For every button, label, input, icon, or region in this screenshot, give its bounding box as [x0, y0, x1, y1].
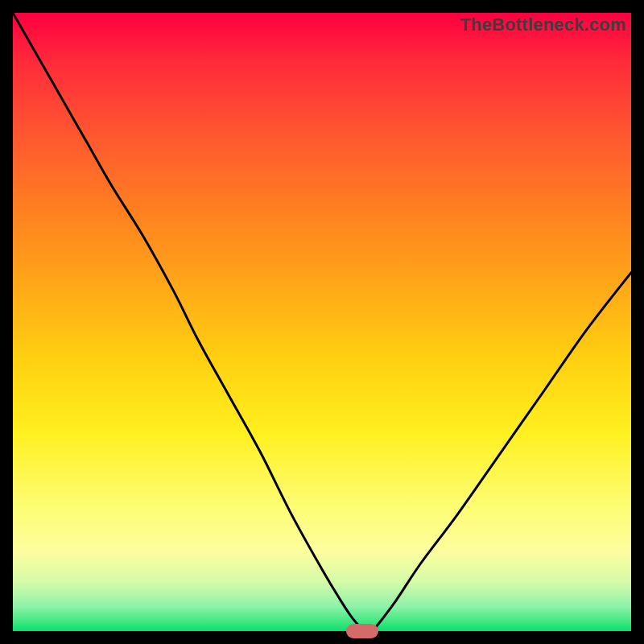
plot-area: TheBottleneck.com — [13, 13, 631, 631]
minimum-marker — [346, 624, 378, 638]
bottleneck-curve — [13, 13, 631, 631]
chart-frame: TheBottleneck.com — [0, 0, 644, 644]
